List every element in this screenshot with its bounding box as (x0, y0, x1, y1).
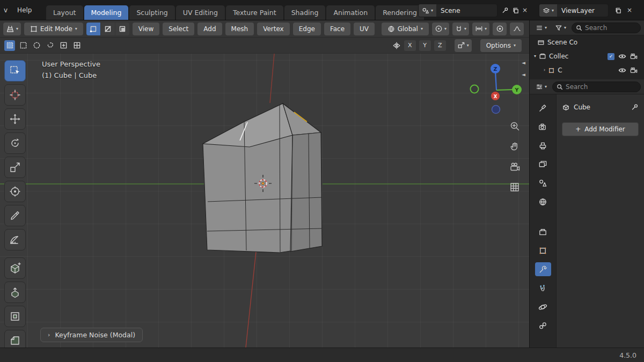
scale-tool[interactable] (4, 157, 26, 178)
viewlayer-selector[interactable]: ▾ ViewLayer (539, 4, 609, 17)
measure-tool[interactable] (4, 229, 26, 250)
menu-select[interactable]: Select (163, 23, 194, 35)
proportional-editing-toggle[interactable] (493, 23, 507, 35)
tab-physics[interactable] (535, 300, 551, 314)
tab-tool[interactable] (535, 101, 551, 115)
snap-toggle-button[interactable]: ▾ (452, 23, 469, 35)
mesh-cube[interactable] (203, 104, 322, 253)
outliner-search-input[interactable] (585, 24, 636, 32)
collapse-panel-arrow[interactable]: ◄ (522, 60, 525, 65)
snap-base-button[interactable]: ▾ (455, 39, 472, 52)
add-cube-tool[interactable] (4, 257, 26, 279)
intersect-select-icon[interactable] (71, 40, 82, 51)
gizmo-y-neg-axis[interactable] (471, 85, 479, 93)
tab-constraints[interactable] (535, 319, 551, 333)
menu-view[interactable]: View (133, 23, 159, 35)
collapse-panel-arrow[interactable]: ◄ (522, 72, 525, 77)
disable-render-camera-icon[interactable] (630, 53, 638, 60)
unlink-scene-button[interactable]: × (520, 5, 530, 16)
tab-modeling[interactable]: Modeling (84, 5, 129, 20)
viewport-3d[interactable]: Z Y X User Perspective (1) Cube | Cube (0, 54, 529, 348)
hide-viewport-eye-icon[interactable] (618, 67, 626, 73)
outliner-row-object[interactable]: › C (530, 63, 644, 77)
tab-rendering[interactable]: Rendering (376, 5, 424, 20)
menu-face[interactable]: Face (324, 23, 350, 35)
properties-search-input[interactable] (566, 83, 636, 91)
falloff-curve-button[interactable] (510, 23, 524, 35)
tab-world[interactable] (535, 195, 551, 209)
tab-animation[interactable]: Animation (326, 5, 375, 20)
editor-type-button[interactable]: ▾ (3, 23, 21, 35)
outliner-row-scene-collection[interactable]: Scene Co (530, 35, 644, 49)
box-select-icon[interactable] (18, 40, 28, 51)
outliner-filter-button[interactable]: ▾ (552, 21, 569, 34)
modal-operator-panel[interactable]: › Keyframe Noise (Modal) (40, 328, 143, 342)
mirror-z-button[interactable]: Z (434, 40, 446, 51)
expand-collection-icon[interactable]: ▾ (534, 54, 536, 58)
menu-add[interactable]: Add (197, 23, 222, 35)
tab-particles[interactable] (535, 281, 551, 295)
add-modifier-button[interactable]: + Add Modifier (562, 122, 639, 136)
scene-selector[interactable]: ▾ Scene (418, 4, 497, 17)
gizmo-z-axis[interactable] (491, 64, 500, 73)
tab-uv-editing[interactable]: UV Editing (176, 5, 225, 20)
disable-render-camera-icon[interactable] (630, 67, 638, 73)
inset-faces-tool[interactable] (4, 306, 26, 327)
mode-selector[interactable]: Edit Mode ▾ (24, 23, 83, 35)
camera-view-button[interactable] (508, 160, 522, 174)
pivot-point-button[interactable]: ▾ (432, 23, 449, 35)
vertex-select-button[interactable] (86, 23, 100, 35)
properties-search[interactable] (552, 82, 641, 92)
zoom-button[interactable] (508, 119, 522, 133)
cursor-tool[interactable] (4, 84, 26, 106)
pan-button[interactable] (508, 139, 522, 153)
tab-scene[interactable] (535, 176, 551, 190)
gizmo-x-axis[interactable] (491, 92, 500, 100)
gizmo-z-neg-axis[interactable] (492, 106, 500, 114)
tab-modifiers[interactable] (535, 262, 551, 276)
tab-view-layer[interactable] (535, 157, 551, 171)
outliner-search[interactable] (572, 23, 641, 33)
face-select-button[interactable] (115, 23, 129, 35)
tab-layout[interactable]: Layout (46, 5, 83, 20)
toggle-grid-button[interactable] (508, 180, 522, 194)
outliner-row-collection[interactable]: ▾ Collec ✓ (530, 49, 644, 63)
tab-collection[interactable] (535, 225, 551, 239)
extend-select-icon[interactable] (58, 40, 69, 51)
navigation-gizmo[interactable]: Z Y X (471, 64, 522, 114)
menu-uv[interactable]: UV (354, 23, 375, 35)
pin-scene-button[interactable] (500, 5, 510, 16)
new-scene-button[interactable] (510, 5, 520, 16)
extrude-tool[interactable] (4, 282, 26, 303)
hide-viewport-eye-icon[interactable] (618, 53, 626, 60)
transform-tool[interactable] (4, 181, 26, 202)
move-tool[interactable] (4, 108, 26, 130)
edge-select-button[interactable] (101, 23, 115, 35)
mirror-x-button[interactable]: X (404, 40, 416, 51)
menu-edge[interactable]: Edge (293, 23, 321, 35)
select-box-tool[interactable] (4, 60, 26, 82)
expand-object-icon[interactable]: › (544, 68, 545, 72)
circle-select-icon[interactable] (31, 40, 42, 51)
mirror-y-button[interactable]: Y (419, 40, 431, 51)
properties-editor-type-button[interactable]: ▾ (533, 80, 550, 93)
tab-object[interactable] (535, 243, 551, 257)
remove-viewlayer-button[interactable]: × (625, 5, 634, 16)
new-viewlayer-button[interactable] (613, 5, 623, 16)
tab-sculpting[interactable]: Sculpting (129, 5, 174, 20)
menu-mesh[interactable]: Mesh (225, 23, 254, 35)
pin-id-button[interactable] (631, 104, 639, 111)
menu-vertex[interactable]: Vertex (257, 23, 290, 35)
tab-render[interactable] (535, 120, 551, 134)
rotate-tool[interactable] (4, 132, 26, 154)
annotate-tool[interactable] (4, 205, 26, 226)
collection-checkbox[interactable]: ✓ (608, 53, 614, 60)
menu-clipped[interactable]: v (2, 6, 10, 14)
tab-shading[interactable]: Shading (284, 5, 326, 20)
gizmo-y-axis[interactable] (512, 85, 522, 94)
outliner-display-mode-button[interactable]: ▾ (533, 21, 550, 34)
bevel-tool[interactable] (4, 330, 26, 348)
tweak-select-icon[interactable] (4, 40, 15, 51)
lasso-select-icon[interactable] (45, 40, 55, 51)
transform-orientation-selector[interactable]: Global ▾ (382, 23, 429, 35)
